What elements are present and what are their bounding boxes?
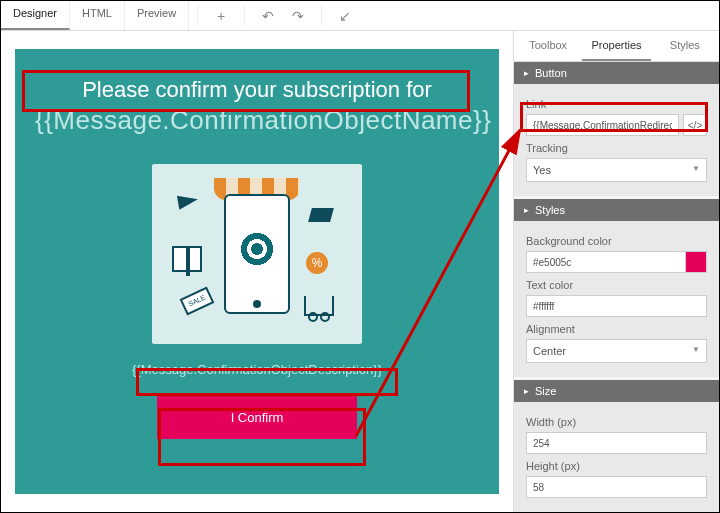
collapse-button[interactable]: ↙ [330, 1, 360, 30]
view-tabs: Designer HTML Preview [1, 1, 189, 30]
tab-html[interactable]: HTML [70, 1, 125, 30]
properties-panel: Toolbox Properties Styles Button Link </… [513, 31, 719, 512]
redo-icon: ↷ [292, 8, 304, 24]
confirm-button[interactable]: I Confirm [157, 395, 357, 439]
tab-styles[interactable]: Styles [651, 31, 719, 61]
link-code-button[interactable]: </> [683, 114, 707, 136]
section-button-header[interactable]: Button [514, 62, 719, 84]
alignment-select[interactable]: Center [526, 339, 707, 363]
canvas-area: Please confirm your subscription for {{M… [1, 31, 513, 512]
code-icon: </> [688, 120, 702, 131]
alignment-label: Alignment [526, 323, 707, 335]
bgcolor-swatch[interactable] [685, 251, 707, 273]
height-input[interactable] [526, 476, 707, 498]
bgcolor-label: Background color [526, 235, 707, 247]
sale-tag-icon: SALE [180, 287, 215, 316]
tab-designer[interactable]: Designer [1, 1, 70, 30]
hero-image: SALE % [152, 164, 362, 344]
bgcolor-input[interactable] [526, 251, 686, 273]
redo-button[interactable]: ↷ [283, 1, 313, 30]
link-label: Link [526, 98, 707, 110]
undo-button[interactable]: ↶ [253, 1, 283, 30]
section-size-header[interactable]: Size [514, 380, 719, 402]
textcolor-label: Text color [526, 279, 707, 291]
megaphone-icon [308, 208, 334, 222]
link-input[interactable] [526, 114, 679, 136]
add-button[interactable]: + [206, 1, 236, 30]
textcolor-input[interactable] [526, 295, 707, 317]
tracking-label: Tracking [526, 142, 707, 154]
plus-icon: + [217, 8, 225, 24]
cart-icon [304, 296, 334, 316]
tab-preview[interactable]: Preview [125, 1, 189, 30]
tab-toolbox[interactable]: Toolbox [514, 31, 582, 61]
collapse-icon: ↙ [339, 8, 351, 24]
section-styles-header[interactable]: Styles [514, 199, 719, 221]
width-label: Width (px) [526, 416, 707, 428]
top-toolbar: Designer HTML Preview + ↶ ↷ ↙ [1, 1, 719, 31]
email-canvas[interactable]: Please confirm your subscription for {{M… [15, 49, 499, 494]
side-tabs: Toolbox Properties Styles [514, 31, 719, 62]
tab-properties[interactable]: Properties [582, 31, 650, 61]
percent-badge-icon: % [306, 252, 328, 274]
object-desc-placeholder: {{Message.ConfirmationObjectDescription}… [35, 362, 479, 377]
width-input[interactable] [526, 432, 707, 454]
paper-plane-icon [177, 192, 199, 209]
target-icon [238, 230, 276, 268]
gift-icon [172, 246, 202, 272]
height-label: Height (px) [526, 460, 707, 472]
tracking-select[interactable]: Yes [526, 158, 707, 182]
headline-text: Please confirm your subscription for [35, 77, 479, 103]
undo-icon: ↶ [262, 8, 274, 24]
object-name-placeholder: {{Message.ConfirmationObjectName}} [35, 105, 479, 136]
